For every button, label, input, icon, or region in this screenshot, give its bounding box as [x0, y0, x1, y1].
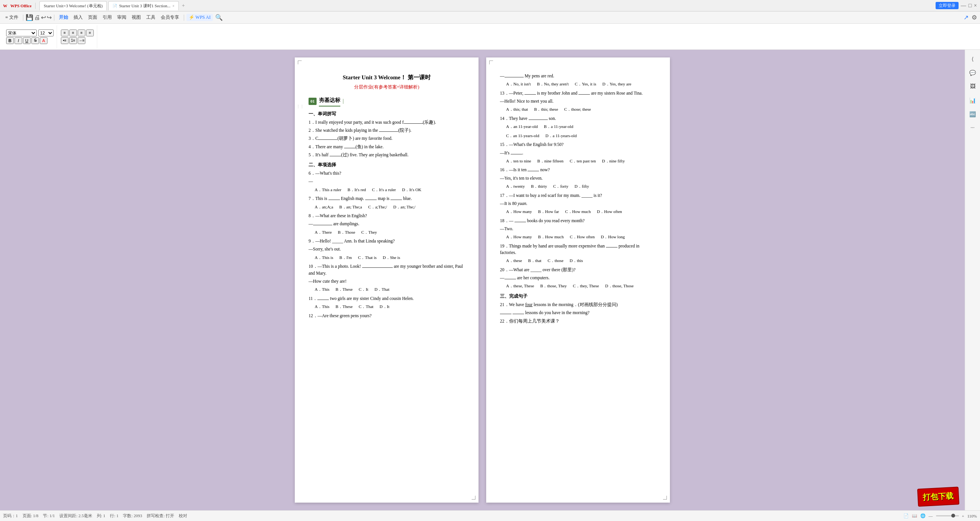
opt-12a: A．No, it isn't	[506, 81, 531, 88]
opt-16c: C．forty	[553, 183, 568, 190]
question-15-ans: —It's .	[500, 150, 656, 156]
settings-icon[interactable]: ⚙	[972, 14, 977, 21]
strikethrough-button[interactable]: S̶	[31, 37, 39, 44]
opt-6c: C．It's a ruler	[372, 187, 396, 193]
question-4: 4．There are many (鱼) in the lake.	[309, 144, 465, 150]
font-color-button[interactable]: A	[40, 37, 47, 44]
opt-13a: A．this; that	[506, 106, 528, 113]
menu-reference[interactable]: 引用	[100, 13, 114, 21]
wps-ai-btn[interactable]: ⚡ WPS AI	[186, 14, 213, 21]
redo-icon[interactable]: ↪	[47, 14, 52, 21]
minimize-button[interactable]: —	[961, 3, 966, 9]
spell-check: 拼写检查: 打开	[147, 513, 174, 519]
opt-7b: B．an; The;a	[339, 204, 362, 211]
options-8: A．There B．Those C．They	[315, 229, 465, 236]
opt-16a: A．twenty	[506, 183, 525, 190]
zoom-out-icon[interactable]: —	[929, 514, 933, 518]
menu-toolbar: ≡ 文件 💾 🖨 ↩ ↪ 开始 插入 页面 引用 审阅 视图 工具 会员专享 ⚡…	[0, 11, 980, 24]
opt-14c: C．an 11-years-old	[506, 133, 539, 139]
question-19: 19．Things made by hand are usually more …	[500, 243, 656, 256]
underline-button[interactable]: U	[23, 37, 31, 44]
opt-15a: A．ten to nine	[506, 158, 531, 165]
view-normal-icon[interactable]: 📄	[903, 513, 909, 518]
zoom-level: 110%	[967, 514, 977, 518]
download-text: 打包下载	[923, 491, 954, 503]
sidebar-translate-icon[interactable]: 🔤	[967, 109, 978, 120]
numbered-list-btn[interactable]: 1≡	[69, 37, 77, 44]
menu-vip[interactable]: 会员专享	[158, 13, 181, 21]
print-icon[interactable]: 🖨	[34, 14, 40, 21]
opt-16b: B．thirty	[531, 183, 547, 190]
edit-marker: |	[343, 97, 344, 105]
question-18-ans: —Two.	[500, 226, 656, 232]
download-badge[interactable]: 打包下载	[917, 487, 959, 507]
sidebar-image-icon[interactable]: 🖼	[967, 81, 978, 92]
maximize-button[interactable]: □	[969, 3, 972, 9]
options-13: A．this; that B．this; these C．those; thes…	[506, 106, 656, 113]
close-icon[interactable]: ×	[172, 4, 175, 8]
question-12: 12．—Are these green pens yours?	[309, 313, 465, 319]
undo-icon[interactable]: ↩	[41, 14, 46, 21]
tab-section[interactable]: 📄 Starter Unit 3 课时1 Section... ×	[108, 1, 179, 10]
part3-title: 三、完成句子	[500, 293, 656, 300]
font-size-select[interactable]: 12	[38, 29, 54, 36]
opt-20a: A．these, These	[506, 283, 534, 290]
sidebar-more-icon[interactable]: ···	[967, 123, 978, 133]
close-button[interactable]: ×	[974, 3, 977, 9]
menu-review[interactable]: 审阅	[115, 13, 129, 21]
opt-17b: B．How far	[538, 208, 559, 215]
question-2: 2．She watched the kids playing in the (院…	[309, 127, 465, 134]
options-9: A．This is B．I'm C．That is D．She is	[315, 254, 465, 261]
align-right-btn[interactable]: ≡	[78, 29, 85, 36]
justify-btn[interactable]: ≡	[86, 29, 94, 36]
page-info: 页码：1	[3, 513, 18, 519]
question-17: 17．—I want to buy a red scarf for my mum…	[500, 192, 656, 199]
view-read-icon[interactable]: 📖	[912, 513, 917, 518]
opt-12c: C．Yes, it is	[575, 81, 596, 88]
sidebar-table-icon[interactable]: 📊	[967, 95, 978, 106]
tab-starter-unit[interactable]: Starter Unit+3 Welcome! (单元检)	[39, 1, 107, 10]
menu-view[interactable]: 视图	[129, 13, 143, 21]
register-button[interactable]: 立即登录	[936, 2, 959, 9]
zoom-slider[interactable]	[936, 515, 959, 516]
new-tab-btn[interactable]: +	[180, 3, 186, 9]
view-web-icon[interactable]: 🌐	[920, 513, 926, 518]
wps-logo: W	[3, 3, 7, 8]
opt-9c: C．That is	[358, 254, 377, 261]
bullet-list-btn[interactable]: •≡	[61, 37, 69, 44]
statusbar-right: 📄 📖 🌐 — + 110%	[903, 513, 977, 518]
menu-file[interactable]: ≡ 文件	[3, 13, 21, 21]
zoom-in-icon[interactable]: +	[962, 514, 964, 518]
quick-save-icon[interactable]: 💾	[26, 14, 33, 21]
align-center-btn[interactable]: ≡	[69, 29, 77, 36]
menu-home[interactable]: 开始	[57, 13, 70, 21]
opt-10d: D．That	[374, 286, 389, 293]
options-17: A．How many B．How far C．How much D．How of…	[506, 208, 656, 215]
statusbar: 页码：1 页面: 1/8 节: 1/1 设置间距: 2.5毫米 列: 1 行: …	[0, 510, 980, 521]
font-family-select[interactable]: 宋体	[6, 29, 37, 36]
section-header: 01 夯基达标 |	[309, 96, 465, 106]
menu-tools[interactable]: 工具	[144, 13, 158, 21]
opt-10b: B．These	[336, 286, 353, 293]
opt-13c: C．those; these	[564, 106, 591, 113]
indent-btn[interactable]: →≡	[78, 37, 85, 44]
question-16-ans: —Yes, it's ten to eleven.	[500, 175, 656, 182]
italic-button[interactable]: I	[15, 37, 22, 44]
opt-12b: B．No, they aren't	[537, 81, 569, 88]
align-left-btn[interactable]: ≡	[61, 29, 69, 36]
menu-insert[interactable]: 插入	[71, 13, 85, 21]
share-icon[interactable]: ↗	[964, 14, 969, 21]
question-3: 3．C(胡萝卜) are my favorite food.	[309, 135, 465, 142]
settings-info: 设置间距: 2.5毫米	[59, 513, 92, 519]
opt-20c: C．they, These	[573, 283, 599, 290]
question-8: 8．—What are these in English?	[309, 213, 465, 219]
bold-button[interactable]: B	[6, 37, 14, 44]
page-subtitle: 分层作业(有参考答案+详细解析)	[309, 84, 465, 91]
sidebar-expand-icon[interactable]: ⟨	[967, 54, 978, 64]
drag-handle[interactable]: ⋮⋮	[296, 103, 304, 110]
sidebar-comment-icon[interactable]: 💬	[967, 67, 978, 78]
menu-page[interactable]: 页面	[86, 13, 100, 21]
opt-19b: B．that	[528, 257, 542, 264]
search-icon[interactable]: 🔍	[215, 14, 223, 21]
opt-14b: B．a 11-year-old	[544, 123, 573, 130]
